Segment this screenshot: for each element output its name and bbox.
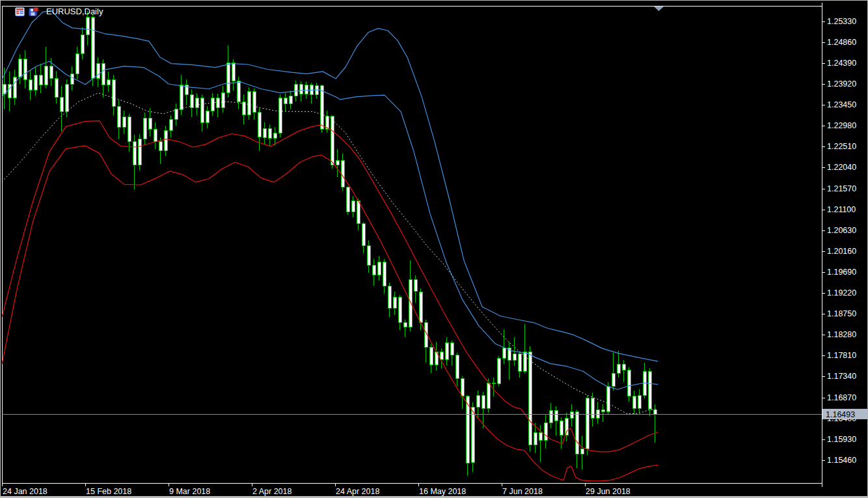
candle-body <box>112 79 115 106</box>
candle-body <box>336 161 339 165</box>
candle-body <box>575 411 578 454</box>
candle-body <box>632 396 636 409</box>
candle-body <box>221 93 224 108</box>
candle-body <box>70 74 74 84</box>
price-axis-label: 1.20630 <box>827 226 856 235</box>
candle-body <box>455 355 459 379</box>
candle-body <box>372 265 375 275</box>
candle-body <box>596 409 599 419</box>
candle-body <box>263 128 266 137</box>
price-axis-label: 1.23920 <box>827 79 856 89</box>
candle-body <box>252 92 256 113</box>
candle-body <box>211 98 214 111</box>
candle-body <box>206 111 209 122</box>
candle-body <box>461 378 464 396</box>
candle-body <box>102 64 105 85</box>
mt5-chart-window: 1.253301.248601.243901.239201.234501.229… <box>0 0 868 498</box>
price-axis-label: 1.15460 <box>827 456 856 465</box>
upper-band-outer <box>2 10 658 361</box>
candle-body <box>601 409 604 411</box>
time-axis-label: 2 Apr 2018 <box>252 487 292 496</box>
candle-body <box>174 109 178 120</box>
price-chart[interactable]: 1.253301.248601.243901.239201.234501.229… <box>1 1 868 498</box>
price-axis-label: 1.24390 <box>827 59 856 68</box>
one-click-trading-icon[interactable] <box>29 7 38 16</box>
candle-body <box>497 358 500 383</box>
symbol-timeframe-label: EURUSD,Daily <box>46 7 103 16</box>
candle-body <box>200 98 204 123</box>
candle-body <box>487 383 490 409</box>
candle-body <box>299 84 303 94</box>
candle-body <box>195 98 198 108</box>
candle-body <box>414 280 417 292</box>
time-axis-label: 29 Jun 2018 <box>586 487 631 496</box>
candle-body <box>91 18 94 79</box>
candle-body <box>13 77 16 98</box>
candle-body <box>122 117 126 128</box>
candle-body <box>55 78 58 97</box>
time-axis-label: 24 Jan 2018 <box>3 487 47 496</box>
candle-body <box>419 292 422 323</box>
candle-body <box>528 352 532 445</box>
price-axis-label: 1.17340 <box>827 372 856 381</box>
time-axis-label: 7 Jun 2018 <box>502 487 543 496</box>
candle-body <box>398 297 401 323</box>
candle-body <box>3 84 6 94</box>
candle-body <box>226 62 230 92</box>
price-axis-label: 1.22040 <box>827 163 856 172</box>
candle-body <box>606 386 610 411</box>
candle-body <box>29 79 32 90</box>
candle-body <box>450 343 454 355</box>
price-axis-label: 1.19220 <box>827 288 856 297</box>
candle-body <box>346 187 349 212</box>
candle-body <box>534 433 537 445</box>
price-axis-label: 1.23450 <box>827 100 856 109</box>
price-axis-label: 1.18280 <box>827 330 856 339</box>
candle-body <box>75 54 79 74</box>
market-watch-icon[interactable] <box>15 7 25 16</box>
candle-body <box>523 352 526 372</box>
price-axis-label: 1.15930 <box>827 435 856 444</box>
candle-body <box>107 79 110 85</box>
price-axis-label: 1.20160 <box>827 247 856 256</box>
candle-body <box>580 449 584 454</box>
candle-body <box>554 410 558 421</box>
candle-body <box>388 286 391 308</box>
candle-body <box>23 59 27 79</box>
candle-body <box>539 433 542 441</box>
candle-body <box>492 383 495 383</box>
price-axis-label: 1.18750 <box>827 309 856 318</box>
candle-body <box>247 92 251 115</box>
candle-body <box>544 423 547 441</box>
candle-body <box>513 354 516 361</box>
current-price-value: 1.16493 <box>826 410 855 419</box>
candle-body <box>86 18 89 35</box>
price-axis-label: 1.25330 <box>827 17 856 26</box>
candle-body <box>429 347 433 365</box>
candle-body <box>169 120 172 130</box>
window-bottom-border <box>1 496 867 497</box>
candle-body <box>377 262 381 275</box>
price-axis-label: 1.21100 <box>827 205 856 214</box>
candle-body <box>44 66 47 85</box>
candle-body <box>133 142 136 165</box>
candle-body <box>258 113 261 137</box>
candles-group <box>3 11 657 476</box>
candle-body <box>622 364 625 370</box>
candle-body <box>117 106 120 127</box>
candle-body <box>278 98 282 133</box>
candle-body <box>289 96 292 104</box>
price-axis-label: 1.24860 <box>827 38 856 47</box>
candle-body <box>273 133 277 138</box>
candle-body <box>232 62 235 81</box>
candle-body <box>648 371 651 409</box>
candle-body <box>148 118 152 130</box>
price-axis[interactable]: 1.253301.248601.243901.239201.234501.229… <box>822 17 856 465</box>
candle-body <box>268 128 271 138</box>
candle-body <box>81 35 84 54</box>
time-axis[interactable]: 24 Jan 201815 Feb 20189 Mar 20182 Apr 20… <box>3 483 631 496</box>
candle-body <box>591 398 594 419</box>
price-axis-label: 1.17810 <box>827 351 856 360</box>
autoscroll-marker-icon <box>654 7 664 11</box>
time-axis-label: 24 Apr 2018 <box>336 487 379 496</box>
